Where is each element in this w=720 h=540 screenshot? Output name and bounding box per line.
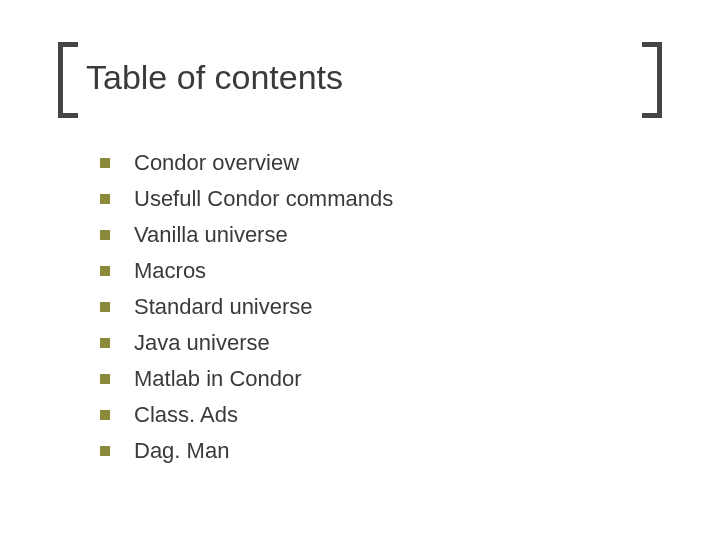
list-item-label: Macros [134, 258, 206, 284]
square-bullet-icon [100, 302, 110, 312]
toc-list: Condor overview Usefull Condor commands … [100, 150, 640, 474]
square-bullet-icon [100, 194, 110, 204]
list-item: Condor overview [100, 150, 640, 176]
list-item-label: Standard universe [134, 294, 313, 320]
list-item: Macros [100, 258, 640, 284]
list-item-label: Condor overview [134, 150, 299, 176]
list-item: Class. Ads [100, 402, 640, 428]
square-bullet-icon [100, 446, 110, 456]
list-item-label: Dag. Man [134, 438, 229, 464]
list-item: Dag. Man [100, 438, 640, 464]
square-bullet-icon [100, 158, 110, 168]
title-bracket-right [642, 42, 662, 118]
title-bracket-left [58, 42, 78, 118]
list-item: Usefull Condor commands [100, 186, 640, 212]
list-item: Standard universe [100, 294, 640, 320]
square-bullet-icon [100, 266, 110, 276]
list-item: Matlab in Condor [100, 366, 640, 392]
slide-title: Table of contents [86, 58, 343, 97]
list-item: Java universe [100, 330, 640, 356]
slide: Table of contents Condor overview Useful… [0, 0, 720, 540]
list-item-label: Java universe [134, 330, 270, 356]
square-bullet-icon [100, 230, 110, 240]
list-item-label: Usefull Condor commands [134, 186, 393, 212]
square-bullet-icon [100, 374, 110, 384]
list-item: Vanilla universe [100, 222, 640, 248]
square-bullet-icon [100, 338, 110, 348]
list-item-label: Class. Ads [134, 402, 238, 428]
list-item-label: Vanilla universe [134, 222, 288, 248]
list-item-label: Matlab in Condor [134, 366, 302, 392]
square-bullet-icon [100, 410, 110, 420]
